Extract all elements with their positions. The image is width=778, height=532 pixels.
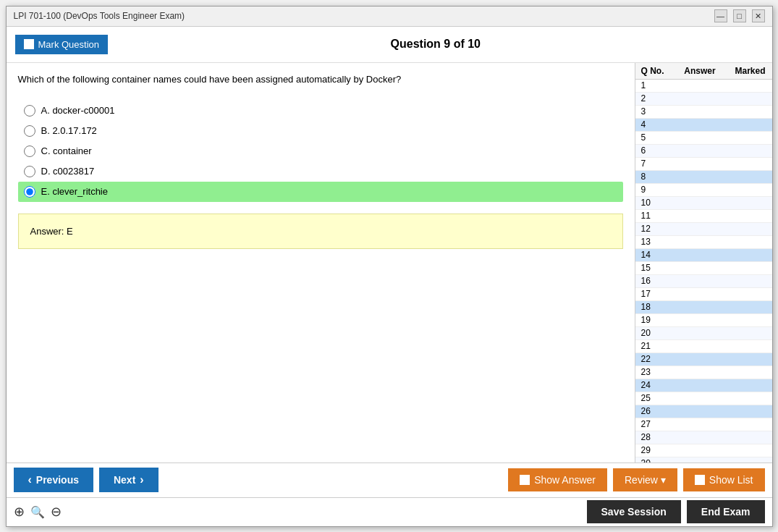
side-list: 1 2 3 4 5 6 7 8 9 10 11 — [635, 80, 772, 463]
side-row[interactable]: 19 — [635, 314, 772, 327]
option-row-c[interactable]: C. container — [18, 141, 623, 161]
side-row[interactable]: 20 — [635, 327, 772, 340]
side-qno: 9 — [635, 185, 672, 195]
side-row[interactable]: 13 — [635, 236, 772, 249]
side-qno: 4 — [635, 119, 672, 130]
main-body: Which of the following container names c… — [7, 63, 772, 463]
zoom-in-button[interactable]: ⊕ — [14, 504, 25, 520]
side-row[interactable]: 8 — [635, 171, 772, 184]
mark-checkbox-icon — [24, 39, 34, 49]
answer-box: Answer: E — [18, 214, 623, 250]
side-row[interactable]: 17 — [635, 288, 772, 301]
show-list-label: Show List — [709, 474, 753, 486]
radio-option-b[interactable] — [24, 125, 35, 137]
side-row[interactable]: 29 — [635, 444, 772, 457]
side-row[interactable]: 1 — [635, 80, 772, 93]
side-row[interactable]: 11 — [635, 210, 772, 223]
main-window: LPI 701-100 (DevOps Tools Engineer Exam)… — [6, 6, 773, 527]
review-label: Review ▾ — [625, 474, 666, 486]
review-button[interactable]: Review ▾ — [613, 468, 677, 491]
previous-button[interactable]: ‹ Previous — [14, 468, 93, 492]
side-row[interactable]: 16 — [635, 275, 772, 288]
option-row-d[interactable]: D. c0023817 — [18, 161, 623, 182]
side-row[interactable]: 3 — [635, 106, 772, 119]
side-row[interactable]: 6 — [635, 145, 772, 158]
side-row[interactable]: 18 — [635, 301, 772, 314]
side-row[interactable]: 23 — [635, 366, 772, 379]
side-qno: 7 — [635, 159, 672, 169]
side-qno: 16 — [635, 276, 672, 286]
side-panel-header: Q No. Answer Marked — [635, 63, 772, 80]
prev-chevron-icon: ‹ — [28, 473, 32, 486]
side-qno: 24 — [635, 380, 672, 390]
option-row-a[interactable]: A. docker-c00001 — [18, 101, 623, 121]
close-button[interactable]: ✕ — [752, 9, 765, 22]
question-panel: Which of the following container names c… — [7, 63, 635, 463]
answer-text: Answer: E — [30, 226, 73, 237]
mark-question-label: Mark Question — [38, 39, 100, 50]
side-row[interactable]: 25 — [635, 392, 772, 405]
side-qno: 11 — [635, 211, 672, 221]
side-row[interactable]: 2 — [635, 93, 772, 106]
window-title: LPI 701-100 (DevOps Tools Engineer Exam) — [14, 11, 185, 21]
side-qno: 28 — [635, 432, 672, 442]
show-answer-icon — [520, 475, 530, 485]
restore-button[interactable]: □ — [733, 9, 746, 22]
side-row[interactable]: 7 — [635, 158, 772, 171]
minimize-button[interactable]: — — [714, 9, 727, 22]
side-row[interactable]: 26 — [635, 405, 772, 418]
side-row[interactable]: 12 — [635, 223, 772, 236]
side-row[interactable]: 27 — [635, 418, 772, 431]
side-panel: Q No. Answer Marked 1 2 3 4 5 6 7 8 — [635, 63, 772, 463]
side-row[interactable]: 9 — [635, 184, 772, 197]
side-row[interactable]: 15 — [635, 262, 772, 275]
side-qno: 26 — [635, 406, 672, 416]
side-qno: 19 — [635, 315, 672, 325]
save-session-label: Save Session — [601, 506, 667, 518]
side-row[interactable]: 5 — [635, 132, 772, 145]
radio-option-e[interactable] — [24, 186, 35, 198]
side-row[interactable]: 30 — [635, 457, 772, 463]
next-button[interactable]: Next › — [99, 468, 158, 492]
side-qno: 23 — [635, 367, 672, 377]
show-answer-button[interactable]: Show Answer — [508, 468, 607, 491]
radio-option-d[interactable] — [24, 166, 35, 177]
side-row[interactable]: 21 — [635, 340, 772, 353]
side-qno: 17 — [635, 289, 672, 299]
side-qno: 13 — [635, 237, 672, 247]
side-qno: 14 — [635, 250, 672, 260]
side-qno: 3 — [635, 106, 672, 117]
end-exam-button[interactable]: End Exam — [687, 500, 765, 523]
side-qno: 21 — [635, 341, 672, 351]
header-answer: Answer — [672, 66, 729, 76]
bottom-bar: ‹ Previous Next › Show Answer Review ▾ ✓… — [7, 463, 772, 497]
show-list-button[interactable]: ✓ Show List — [683, 468, 765, 491]
side-qno: 15 — [635, 263, 672, 273]
content-area: Mark Question Question 9 of 10 Which of … — [7, 27, 772, 526]
bottom-bar2: ⊕ 🔍 ⊖ Save Session End Exam — [7, 497, 772, 526]
side-qno: 10 — [635, 198, 672, 208]
zoom-normal-button[interactable]: 🔍 — [30, 505, 45, 519]
title-bar: LPI 701-100 (DevOps Tools Engineer Exam)… — [7, 7, 772, 27]
side-qno: 6 — [635, 145, 672, 156]
side-row[interactable]: 14 — [635, 249, 772, 262]
side-qno: 12 — [635, 224, 672, 234]
radio-option-a[interactable] — [24, 105, 35, 117]
save-session-button[interactable]: Save Session — [587, 500, 681, 523]
side-qno: 22 — [635, 354, 672, 364]
zoom-out-button[interactable]: ⊖ — [51, 504, 62, 520]
side-qno: 8 — [635, 172, 672, 182]
mark-question-button[interactable]: Mark Question — [15, 35, 109, 54]
previous-label: Previous — [36, 474, 79, 486]
question-title: Question 9 of 10 — [108, 38, 763, 51]
side-row[interactable]: 24 — [635, 379, 772, 392]
radio-option-c[interactable] — [24, 145, 35, 157]
side-qno: 20 — [635, 328, 672, 338]
side-row[interactable]: 10 — [635, 197, 772, 210]
option-label-b: B. 2.0.17.172 — [41, 125, 97, 136]
side-row[interactable]: 28 — [635, 431, 772, 444]
side-row[interactable]: 22 — [635, 353, 772, 366]
option-row-b[interactable]: B. 2.0.17.172 — [18, 121, 623, 141]
side-row[interactable]: 4 — [635, 119, 772, 132]
option-row-e[interactable]: E. clever_ritchie — [18, 182, 623, 202]
